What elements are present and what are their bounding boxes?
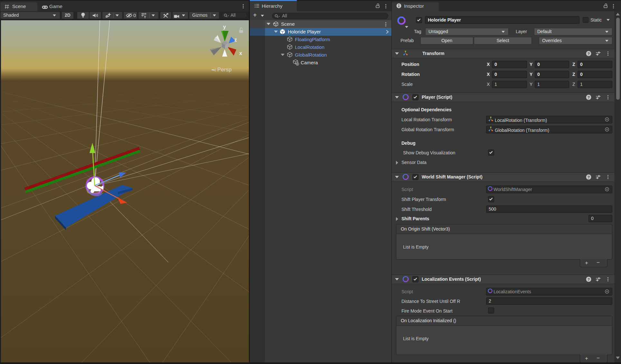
svg-text:?: ? — [588, 52, 590, 56]
svg-text:?: ? — [588, 175, 590, 179]
svg-text:x: x — [239, 50, 242, 56]
svg-text:?: ? — [588, 96, 590, 99]
svg-text:?: ? — [588, 278, 590, 281]
svg-text:z: z — [234, 37, 237, 42]
svg-text:Persp: Persp — [217, 67, 231, 73]
svg-text:y: y — [223, 24, 226, 30]
svg-text:Y: Y — [144, 15, 146, 19]
